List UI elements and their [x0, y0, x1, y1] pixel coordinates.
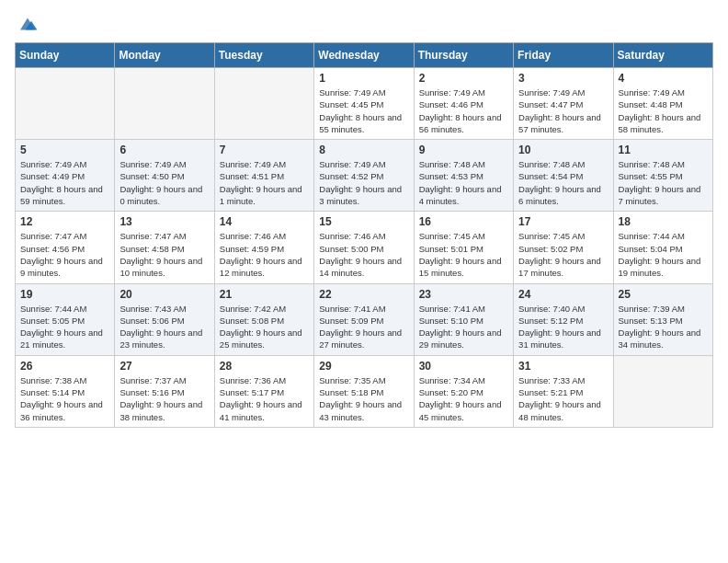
calendar-cell: 28Sunrise: 7:36 AM Sunset: 5:17 PM Dayli…: [214, 355, 313, 427]
day-info: Sunrise: 7:34 AM Sunset: 5:20 PM Dayligh…: [419, 374, 508, 423]
day-number: 8: [319, 144, 408, 156]
day-number: 3: [518, 72, 608, 85]
day-info: Sunrise: 7:49 AM Sunset: 4:52 PM Dayligh…: [319, 158, 408, 207]
calendar-cell: 18Sunrise: 7:44 AM Sunset: 5:04 PM Dayli…: [613, 212, 712, 283]
day-number: 13: [119, 215, 209, 228]
day-info: Sunrise: 7:48 AM Sunset: 4:53 PM Dayligh…: [419, 158, 508, 207]
day-info: Sunrise: 7:38 AM Sunset: 5:14 PM Dayligh…: [20, 374, 109, 423]
day-number: 30: [419, 360, 508, 373]
day-number: 4: [619, 72, 708, 85]
day-info: Sunrise: 7:43 AM Sunset: 5:06 PM Dayligh…: [119, 303, 209, 351]
day-number: 14: [220, 215, 309, 228]
calendar-cell: 3Sunrise: 7:49 AM Sunset: 4:47 PM Daylig…: [514, 68, 613, 140]
day-number: 23: [419, 288, 508, 301]
calendar-week-row: 1Sunrise: 7:49 AM Sunset: 4:45 PM Daylig…: [16, 68, 713, 140]
calendar-cell: 1Sunrise: 7:49 AM Sunset: 4:45 PM Daylig…: [314, 68, 414, 140]
day-info: Sunrise: 7:39 AM Sunset: 5:13 PM Dayligh…: [619, 303, 708, 351]
day-number: 17: [518, 215, 608, 228]
calendar-cell: 14Sunrise: 7:46 AM Sunset: 4:59 PM Dayli…: [214, 212, 313, 283]
logo-icon: [17, 15, 39, 33]
weekday-header: Saturday: [613, 43, 712, 68]
logo: [15, 15, 39, 33]
calendar-week-row: 19Sunrise: 7:44 AM Sunset: 5:05 PM Dayli…: [16, 283, 713, 355]
day-info: Sunrise: 7:48 AM Sunset: 4:55 PM Dayligh…: [619, 158, 708, 207]
day-info: Sunrise: 7:45 AM Sunset: 5:02 PM Dayligh…: [518, 230, 608, 279]
page-header: [15, 15, 713, 33]
day-number: 31: [518, 360, 608, 373]
day-number: 15: [319, 215, 408, 228]
calendar-cell: 8Sunrise: 7:49 AM Sunset: 4:52 PM Daylig…: [314, 140, 414, 212]
day-number: 27: [119, 360, 209, 373]
calendar-cell: 4Sunrise: 7:49 AM Sunset: 4:48 PM Daylig…: [613, 68, 712, 140]
calendar-cell: [16, 68, 115, 140]
day-info: Sunrise: 7:33 AM Sunset: 5:21 PM Dayligh…: [518, 374, 608, 423]
day-number: 21: [220, 288, 309, 301]
calendar-cell: 9Sunrise: 7:48 AM Sunset: 4:53 PM Daylig…: [414, 140, 513, 212]
day-info: Sunrise: 7:44 AM Sunset: 5:04 PM Dayligh…: [619, 230, 708, 279]
weekday-header: Sunday: [16, 43, 115, 68]
day-number: 16: [419, 215, 508, 228]
day-info: Sunrise: 7:45 AM Sunset: 5:01 PM Dayligh…: [419, 230, 508, 279]
calendar-cell: [613, 355, 712, 427]
day-info: Sunrise: 7:47 AM Sunset: 4:56 PM Dayligh…: [20, 230, 109, 279]
day-number: 2: [419, 72, 508, 85]
calendar-cell: [214, 68, 313, 140]
calendar-week-row: 12Sunrise: 7:47 AM Sunset: 4:56 PM Dayli…: [16, 212, 713, 283]
day-number: 25: [619, 288, 708, 301]
day-info: Sunrise: 7:46 AM Sunset: 4:59 PM Dayligh…: [220, 230, 309, 279]
calendar-week-row: 26Sunrise: 7:38 AM Sunset: 5:14 PM Dayli…: [16, 355, 713, 427]
day-number: 1: [319, 72, 408, 85]
day-number: 7: [220, 144, 309, 156]
calendar-cell: 15Sunrise: 7:46 AM Sunset: 5:00 PM Dayli…: [314, 212, 414, 283]
day-info: Sunrise: 7:49 AM Sunset: 4:45 PM Dayligh…: [319, 86, 408, 135]
day-info: Sunrise: 7:49 AM Sunset: 4:50 PM Dayligh…: [119, 158, 209, 207]
calendar-cell: 24Sunrise: 7:40 AM Sunset: 5:12 PM Dayli…: [514, 283, 613, 355]
day-number: 29: [319, 360, 408, 373]
day-info: Sunrise: 7:41 AM Sunset: 5:09 PM Dayligh…: [319, 303, 408, 351]
calendar-cell: 21Sunrise: 7:42 AM Sunset: 5:08 PM Dayli…: [214, 283, 313, 355]
calendar-week-row: 5Sunrise: 7:49 AM Sunset: 4:49 PM Daylig…: [16, 140, 713, 212]
calendar-cell: 11Sunrise: 7:48 AM Sunset: 4:55 PM Dayli…: [613, 140, 712, 212]
day-number: 9: [419, 144, 508, 156]
day-number: 11: [619, 144, 708, 156]
day-info: Sunrise: 7:41 AM Sunset: 5:10 PM Dayligh…: [419, 303, 508, 351]
day-info: Sunrise: 7:36 AM Sunset: 5:17 PM Dayligh…: [220, 374, 309, 423]
calendar-cell: 20Sunrise: 7:43 AM Sunset: 5:06 PM Dayli…: [115, 283, 214, 355]
weekday-header: Friday: [514, 43, 613, 68]
calendar-cell: 2Sunrise: 7:49 AM Sunset: 4:46 PM Daylig…: [414, 68, 513, 140]
calendar-cell: 17Sunrise: 7:45 AM Sunset: 5:02 PM Dayli…: [514, 212, 613, 283]
calendar-cell: 22Sunrise: 7:41 AM Sunset: 5:09 PM Dayli…: [314, 283, 414, 355]
day-number: 24: [518, 288, 608, 301]
calendar-cell: 29Sunrise: 7:35 AM Sunset: 5:18 PM Dayli…: [314, 355, 414, 427]
day-info: Sunrise: 7:49 AM Sunset: 4:48 PM Dayligh…: [619, 86, 708, 135]
weekday-header: Wednesday: [314, 43, 414, 68]
day-number: 12: [20, 215, 109, 228]
weekday-header-row: SundayMondayTuesdayWednesdayThursdayFrid…: [16, 43, 713, 68]
day-number: 22: [319, 288, 408, 301]
calendar-cell: 25Sunrise: 7:39 AM Sunset: 5:13 PM Dayli…: [613, 283, 712, 355]
day-info: Sunrise: 7:49 AM Sunset: 4:49 PM Dayligh…: [20, 158, 109, 207]
calendar-cell: 19Sunrise: 7:44 AM Sunset: 5:05 PM Dayli…: [16, 283, 115, 355]
day-info: Sunrise: 7:49 AM Sunset: 4:51 PM Dayligh…: [220, 158, 309, 207]
day-number: 19: [20, 288, 109, 301]
calendar-cell: 16Sunrise: 7:45 AM Sunset: 5:01 PM Dayli…: [414, 212, 513, 283]
day-number: 5: [20, 144, 109, 156]
calendar-table: SundayMondayTuesdayWednesdayThursdayFrid…: [15, 42, 713, 428]
day-info: Sunrise: 7:35 AM Sunset: 5:18 PM Dayligh…: [319, 374, 408, 423]
calendar-cell: 26Sunrise: 7:38 AM Sunset: 5:14 PM Dayli…: [16, 355, 115, 427]
day-info: Sunrise: 7:37 AM Sunset: 5:16 PM Dayligh…: [119, 374, 209, 423]
day-number: 10: [518, 144, 608, 156]
calendar-cell: 23Sunrise: 7:41 AM Sunset: 5:10 PM Dayli…: [414, 283, 513, 355]
calendar-cell: 7Sunrise: 7:49 AM Sunset: 4:51 PM Daylig…: [214, 140, 313, 212]
calendar-cell: 12Sunrise: 7:47 AM Sunset: 4:56 PM Dayli…: [16, 212, 115, 283]
day-info: Sunrise: 7:49 AM Sunset: 4:46 PM Dayligh…: [419, 86, 508, 135]
day-number: 28: [220, 360, 309, 373]
day-info: Sunrise: 7:40 AM Sunset: 5:12 PM Dayligh…: [518, 303, 608, 351]
weekday-header: Tuesday: [214, 43, 313, 68]
weekday-header: Monday: [115, 43, 214, 68]
day-info: Sunrise: 7:46 AM Sunset: 5:00 PM Dayligh…: [319, 230, 408, 279]
day-info: Sunrise: 7:44 AM Sunset: 5:05 PM Dayligh…: [20, 303, 109, 351]
day-number: 18: [619, 215, 708, 228]
calendar-cell: 10Sunrise: 7:48 AM Sunset: 4:54 PM Dayli…: [514, 140, 613, 212]
day-info: Sunrise: 7:42 AM Sunset: 5:08 PM Dayligh…: [220, 303, 309, 351]
